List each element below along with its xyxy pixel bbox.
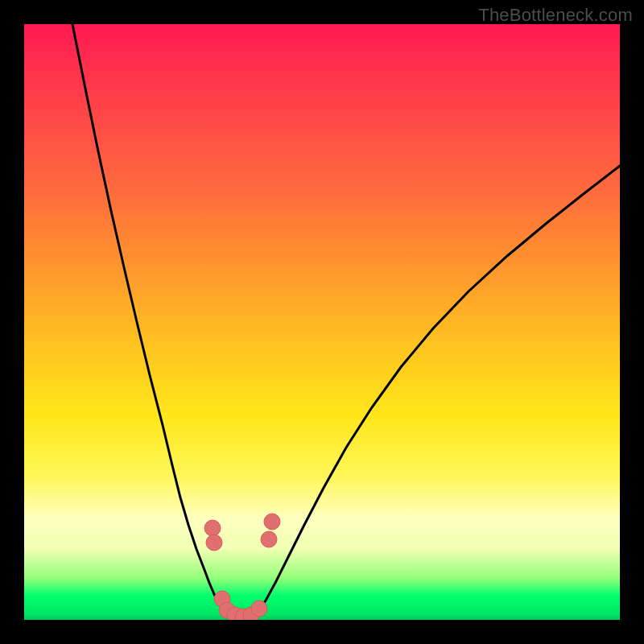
sample-dot bbox=[261, 531, 277, 547]
sample-dots bbox=[204, 514, 280, 620]
chart-frame: TheBottleneck.com bbox=[0, 0, 644, 644]
sample-dot bbox=[264, 514, 280, 530]
curve-path bbox=[72, 24, 620, 617]
sample-dot bbox=[251, 601, 267, 617]
chart-svg bbox=[24, 24, 620, 620]
sample-dot bbox=[204, 520, 221, 536]
sample-dot bbox=[206, 535, 222, 551]
bottleneck-curve bbox=[72, 24, 620, 617]
plot-area bbox=[24, 24, 620, 620]
watermark-text: TheBottleneck.com bbox=[478, 5, 633, 26]
